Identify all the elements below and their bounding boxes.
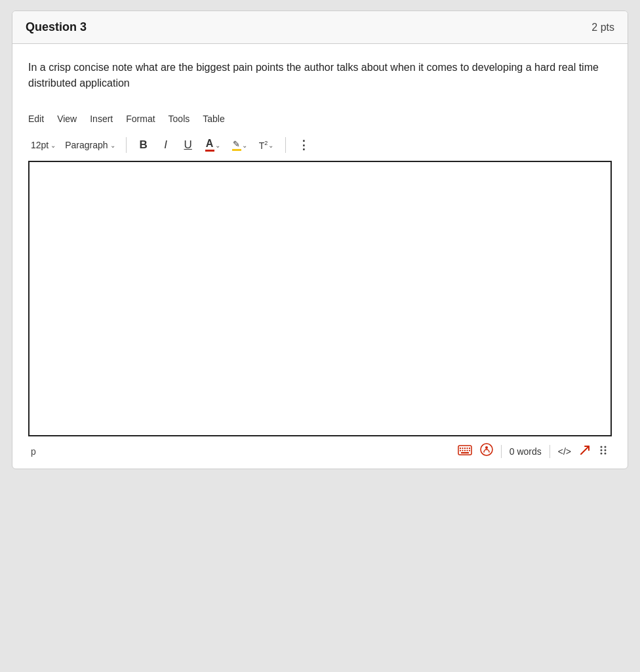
points-label: 2 pts — [591, 22, 614, 33]
svg-point-15 — [601, 446, 603, 448]
card-body: In a crisp concise note what are the big… — [12, 44, 628, 469]
svg-point-16 — [601, 449, 603, 451]
editor-statusbar: p — [28, 436, 612, 469]
editor-toolbar: 12pt ⌄ Paragraph ⌄ B I — [28, 132, 612, 158]
question-card: Question 3 2 pts In a crisp concise note… — [12, 10, 628, 469]
more-dots-icon[interactable] — [599, 444, 609, 459]
highlight-chevron-icon: ⌄ — [242, 142, 247, 149]
svg-rect-5 — [469, 448, 470, 449]
svg-rect-11 — [461, 452, 469, 453]
svg-rect-1 — [460, 448, 461, 449]
keyboard-icon[interactable] — [458, 445, 472, 458]
accessibility-icon[interactable] — [480, 443, 493, 459]
superscript-chevron-icon: ⌄ — [268, 142, 273, 149]
font-size-select[interactable]: 12pt ⌄ — [28, 138, 58, 152]
paragraph-chevron-icon: ⌄ — [110, 142, 115, 149]
more-options-icon: ⋮ — [298, 138, 310, 152]
editor-textarea[interactable] — [28, 161, 612, 436]
svg-point-17 — [601, 452, 603, 454]
font-size-chevron-icon: ⌄ — [50, 142, 56, 149]
svg-point-20 — [605, 452, 607, 454]
svg-rect-7 — [462, 450, 463, 451]
font-color-a-icon: A — [205, 138, 214, 152]
toolbar-divider-2 — [285, 137, 286, 153]
statusbar-right-group: 0 words </> — [458, 443, 609, 459]
svg-rect-6 — [460, 450, 461, 451]
underline-button[interactable]: U — [179, 136, 197, 154]
statusbar-divider-1 — [501, 445, 502, 458]
italic-button[interactable]: I — [157, 136, 175, 154]
toolbar-divider-1 — [126, 137, 127, 153]
paragraph-select[interactable]: Paragraph ⌄ — [62, 138, 117, 152]
menu-view[interactable]: View — [57, 114, 77, 124]
svg-point-18 — [605, 446, 607, 448]
font-color-chevron-icon: ⌄ — [215, 142, 220, 149]
svg-rect-9 — [466, 450, 468, 451]
svg-rect-2 — [462, 448, 463, 449]
highlight-button[interactable]: ✎ ⌄ — [228, 136, 251, 154]
expand-icon[interactable] — [579, 444, 591, 459]
svg-rect-4 — [466, 448, 468, 449]
superscript-icon: T2 — [259, 140, 268, 151]
menu-edit[interactable]: Edit — [28, 114, 44, 124]
paragraph-value: Paragraph — [65, 140, 108, 150]
paragraph-tag-label: p — [31, 446, 36, 457]
font-size-value: 12pt — [31, 140, 49, 150]
menu-format[interactable]: Format — [126, 114, 155, 124]
editor-container: Edit View Insert Format Tools Table 12pt… — [28, 110, 612, 469]
menu-table[interactable]: Table — [203, 114, 224, 124]
menu-insert[interactable]: Insert — [90, 114, 113, 124]
code-view-button[interactable]: </> — [558, 446, 571, 457]
question-title: Question 3 — [26, 20, 87, 34]
highlight-a-icon: ✎ — [232, 140, 241, 151]
svg-line-14 — [581, 446, 589, 454]
svg-rect-10 — [469, 450, 470, 451]
statusbar-divider-2 — [550, 445, 550, 458]
svg-point-19 — [605, 449, 607, 451]
font-color-button[interactable]: A ⌄ — [201, 136, 224, 154]
svg-rect-8 — [464, 450, 466, 451]
superscript-button[interactable]: T2 ⌄ — [255, 136, 278, 154]
card-header: Question 3 2 pts — [12, 11, 628, 44]
question-text: In a crisp concise note what are the big… — [28, 60, 612, 91]
menu-tools[interactable]: Tools — [169, 114, 190, 124]
editor-menubar: Edit View Insert Format Tools Table — [28, 110, 612, 128]
word-count-label: 0 words — [510, 446, 542, 457]
more-options-button[interactable]: ⋮ — [294, 136, 314, 154]
svg-point-13 — [485, 446, 488, 449]
svg-rect-3 — [464, 448, 466, 449]
bold-button[interactable]: B — [134, 136, 153, 154]
